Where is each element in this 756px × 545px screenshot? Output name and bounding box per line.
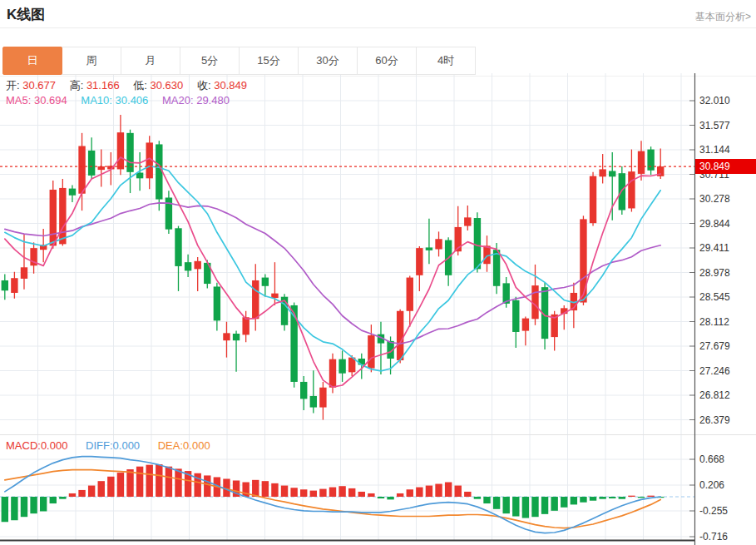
macd-bar: [136, 467, 143, 497]
candle[interactable]: [647, 146, 654, 175]
candle[interactable]: [310, 370, 317, 413]
macd-bar: [50, 497, 57, 503]
tab-week[interactable]: 周: [62, 47, 121, 75]
ma5-value: 30.694: [34, 94, 67, 107]
candle[interactable]: [204, 260, 210, 288]
ma20-line: [5, 203, 660, 344]
candle[interactable]: [426, 219, 432, 265]
macd-label: MACD:: [6, 439, 41, 452]
candle[interactable]: [416, 246, 422, 291]
candle[interactable]: [281, 294, 288, 330]
high-label: 高:: [70, 79, 84, 92]
candle[interactable]: [175, 226, 181, 291]
dea-label: DEA:: [158, 439, 183, 452]
close-value: 30.849: [214, 79, 247, 92]
macd-bar: [40, 497, 47, 511]
macd-bar: [416, 488, 422, 497]
open-value: 30.677: [22, 79, 56, 92]
fundamental-analysis-link[interactable]: 基本面分析>: [695, 10, 751, 24]
candle[interactable]: [590, 172, 596, 226]
candle[interactable]: [146, 136, 153, 189]
macd-pane[interactable]: [0, 457, 694, 533]
candle[interactable]: [319, 382, 326, 420]
macd-bar: [435, 484, 442, 497]
tab-15min[interactable]: 15分: [239, 47, 299, 75]
macd-bar: [107, 477, 114, 497]
axis-tick-label: 29.411: [699, 242, 729, 254]
candle[interactable]: [185, 255, 191, 277]
macd-bar: [338, 486, 345, 497]
candle[interactable]: [483, 235, 490, 272]
macd-bar: [638, 497, 645, 498]
macd-bar: [599, 497, 605, 499]
candle[interactable]: [214, 283, 220, 331]
candle[interactable]: [580, 216, 586, 305]
macd-bar: [580, 497, 586, 503]
tab-60min[interactable]: 60分: [357, 47, 417, 75]
macd-bar: [522, 497, 529, 518]
macd-bar: [609, 497, 615, 498]
candle[interactable]: [50, 181, 57, 249]
candle[interactable]: [30, 242, 37, 273]
axis-tick-label: 0.668: [699, 453, 724, 465]
candle[interactable]: [59, 179, 66, 245]
candle[interactable]: [609, 152, 615, 220]
macd-bar: [11, 497, 17, 520]
axis-tick-label: 29.844: [699, 218, 730, 230]
candle[interactable]: [194, 257, 200, 291]
candle[interactable]: [262, 274, 269, 296]
tab-30min[interactable]: 30分: [298, 47, 358, 75]
candle[interactable]: [233, 331, 240, 372]
macd-bar: [531, 497, 538, 517]
macd-bar: [571, 497, 577, 504]
macd-bar: [30, 497, 37, 513]
candle[interactable]: [464, 206, 471, 230]
candle[interactable]: [98, 150, 105, 187]
candle[interactable]: [407, 276, 413, 327]
candle[interactable]: [368, 325, 374, 372]
low-value: 30.630: [151, 79, 184, 92]
tab-day[interactable]: 日: [2, 47, 62, 75]
candle[interactable]: [223, 322, 230, 358]
macd-bar: [445, 483, 452, 497]
candles-layer[interactable]: [2, 115, 665, 420]
macd-bar: [126, 469, 133, 497]
candle[interactable]: [445, 237, 452, 286]
macd-bar: [502, 497, 509, 513]
diff-value: 0.000: [113, 439, 141, 452]
candle[interactable]: [252, 264, 259, 330]
candle[interactable]: [512, 297, 519, 348]
macd-bar: [69, 493, 76, 497]
tab-4hour[interactable]: 4时: [416, 47, 476, 75]
macd-bar: [541, 497, 548, 514]
macd-bar: [512, 497, 519, 517]
axis-tick-label: 27.679: [699, 340, 730, 352]
candle[interactable]: [300, 376, 307, 410]
candle[interactable]: [397, 310, 403, 364]
candle[interactable]: [338, 350, 345, 381]
ma5-label: MA5:: [6, 94, 31, 107]
candle[interactable]: [493, 243, 500, 294]
candle[interactable]: [435, 231, 442, 256]
candle[interactable]: [11, 272, 17, 299]
macd-bar: [271, 483, 278, 497]
tab-5min[interactable]: 5分: [180, 47, 240, 75]
candle[interactable]: [561, 305, 567, 329]
macd-bar: [319, 489, 326, 497]
tab-month[interactable]: 月: [121, 47, 180, 75]
diff-label: DIFF:: [86, 439, 113, 452]
candle[interactable]: [88, 137, 95, 179]
macd-bar: [348, 488, 355, 497]
candle[interactable]: [166, 191, 172, 234]
macd-bar: [387, 497, 393, 499]
candle[interactable]: [156, 141, 162, 211]
header-divider: [0, 27, 756, 28]
candle[interactable]: [2, 274, 8, 300]
axis-tick-label: 26.812: [699, 389, 730, 401]
axis-tick-label: -0.716: [699, 531, 728, 543]
candle[interactable]: [69, 186, 76, 202]
page-title: K线图: [7, 5, 45, 24]
candle[interactable]: [531, 265, 538, 325]
axis-tick-label: -0.255: [699, 505, 728, 517]
candle[interactable]: [522, 317, 529, 346]
